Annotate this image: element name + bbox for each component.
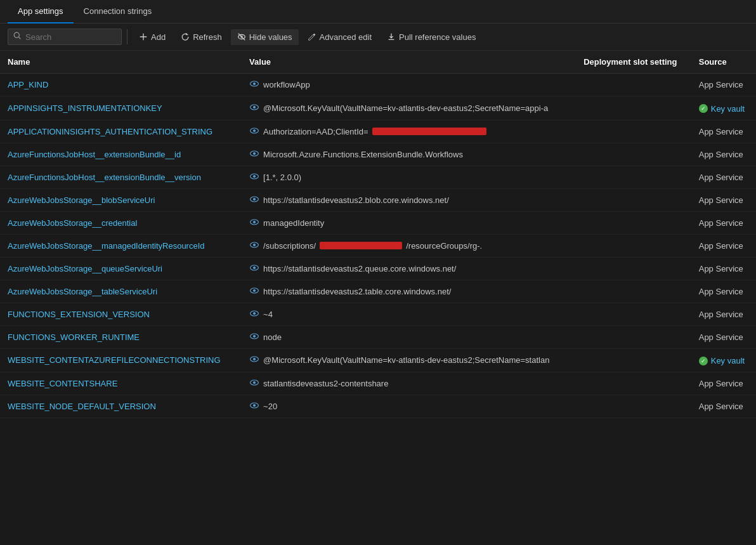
name-cell[interactable]: FUNCTIONS_WORKER_RUNTIME (0, 325, 242, 348)
advanced-edit-button[interactable]: Advanced edit (301, 29, 378, 45)
eye-icon (249, 195, 259, 205)
name-cell[interactable]: WEBSITE_CONTENTAZUREFILECONNECTIONSTRING (0, 348, 242, 372)
svg-point-11 (253, 129, 256, 132)
value-cell: https://statlantisdeveastus2.queue.core.… (242, 257, 576, 280)
pull-reference-icon (387, 32, 396, 41)
source-cell: App Service (691, 234, 756, 257)
value-cell: managedIdentity (242, 211, 576, 234)
deployment-cell (576, 325, 691, 348)
eye-icon (249, 218, 259, 228)
table-row: APP_KIND workflowAppApp Service (0, 74, 756, 96)
table-row: WEBSITE_NODE_DEFAULT_VERSION ~20App Serv… (0, 395, 756, 418)
add-button[interactable]: Add (133, 29, 172, 45)
source-cell: App Service (691, 280, 756, 303)
name-cell[interactable]: AzureFunctionsJobHost__extensionBundle__… (0, 143, 242, 166)
value-cell: https://statlantisdeveastus2.blob.core.w… (242, 188, 576, 211)
deployment-cell (576, 188, 691, 211)
name-cell[interactable]: WEBSITE_CONTENTSHARE (0, 372, 242, 395)
value-cell: @Microsoft.KeyVault(VaultName=kv-atlanti… (242, 96, 576, 121)
value-cell: /subscriptions//resourceGroups/rg-. (242, 234, 576, 257)
value-cell: Authorization=AAD;ClientId= (242, 120, 576, 143)
deployment-cell (576, 211, 691, 234)
search-input[interactable] (25, 32, 116, 42)
svg-point-13 (253, 152, 256, 155)
table-row: AzureFunctionsJobHost__extensionBundle__… (0, 143, 756, 166)
value-cell: [1.*, 2.0.0) (242, 166, 576, 188)
eye-icon (249, 127, 259, 136)
value-text: https://statlantisdeveastus2.blob.core.w… (263, 195, 449, 205)
hide-values-label: Hide values (249, 32, 292, 42)
source-cell: App Service (691, 395, 756, 418)
value-cell: ~20 (242, 395, 576, 418)
source-cell: App Service (691, 120, 756, 143)
col-name: Name (0, 51, 242, 74)
tab-app-settings[interactable]: App settings (8, 0, 74, 23)
hide-values-button[interactable]: Hide values (231, 29, 299, 45)
keyvault-badge: ✓Key vault (699, 104, 745, 114)
deployment-cell (576, 120, 691, 143)
name-cell[interactable]: AzureWebJobsStorage__tableServiceUri (0, 280, 242, 303)
eye-icon (249, 402, 259, 411)
value-cell: https://statlantisdeveastus2.table.core.… (242, 280, 576, 303)
pull-reference-button[interactable]: Pull reference values (381, 29, 482, 45)
eye-icon (249, 173, 259, 182)
table-row: FUNCTIONS_WORKER_RUNTIME nodeApp Service (0, 325, 756, 348)
value-text: Authorization=AAD;ClientId= (263, 127, 368, 136)
value-text: managedIdentity (263, 218, 324, 228)
redacted-value (372, 128, 486, 135)
deployment-cell (576, 234, 691, 257)
eye-icon (249, 80, 259, 89)
refresh-button[interactable]: Refresh (174, 29, 228, 45)
refresh-icon (181, 32, 190, 41)
keyvault-check-icon: ✓ (699, 357, 708, 365)
settings-table: Name Value Deployment slot setting Sourc… (0, 51, 756, 418)
name-cell[interactable]: AzureFunctionsJobHost__extensionBundle__… (0, 166, 242, 188)
name-cell[interactable]: APP_KIND (0, 74, 242, 96)
source-cell: App Service (691, 372, 756, 395)
deployment-cell (576, 74, 691, 96)
table-row: WEBSITE_CONTENTSHARE statlantisdeveastus… (0, 372, 756, 395)
eye-icon (249, 355, 259, 365)
value-text: [1.*, 2.0.0) (263, 173, 301, 182)
name-cell[interactable]: APPINSIGHTS_INSTRUMENTATIONKEY (0, 96, 242, 121)
name-cell[interactable]: AzureWebJobsStorage__managedIdentityReso… (0, 234, 242, 257)
deployment-cell (576, 96, 691, 121)
value-text: @Microsoft.KeyVault(VaultName=kv-atlanti… (263, 103, 548, 113)
edit-icon (308, 32, 316, 41)
name-cell[interactable]: FUNCTIONS_EXTENSION_VERSION (0, 303, 242, 325)
name-cell[interactable]: AzureWebJobsStorage__blobServiceUri (0, 188, 242, 211)
refresh-label: Refresh (193, 32, 222, 42)
svg-point-15 (253, 175, 256, 178)
name-cell[interactable]: APPLICATIONINSIGHTS_AUTHENTICATION_STRIN… (0, 120, 242, 143)
tab-bar: App settings Connection strings (0, 0, 756, 23)
value-cell: @Microsoft.KeyVault(VaultName=kv-atlanti… (242, 348, 576, 372)
value-cell: Microsoft.Azure.Functions.ExtensionBundl… (242, 143, 576, 166)
source-cell: App Service (691, 188, 756, 211)
tab-connection-strings[interactable]: Connection strings (74, 0, 162, 23)
name-cell[interactable]: AzureWebJobsStorage__credential (0, 211, 242, 234)
name-cell[interactable]: WEBSITE_NODE_DEFAULT_VERSION (0, 395, 242, 418)
toolbar: Add Refresh Hide values Advanced edit Pu… (0, 23, 756, 51)
source-cell: App Service (691, 143, 756, 166)
pull-reference-label: Pull reference values (399, 32, 476, 42)
eye-icon (249, 241, 259, 251)
value-text: ~4 (263, 310, 273, 319)
add-icon (139, 32, 148, 41)
value-suffix: /resourceGroups/rg-. (406, 241, 482, 251)
svg-point-27 (253, 312, 256, 315)
svg-point-33 (253, 381, 256, 384)
svg-point-7 (253, 82, 256, 85)
col-source: Source (691, 51, 756, 74)
deployment-cell (576, 280, 691, 303)
value-text: https://statlantisdeveastus2.queue.core.… (263, 264, 456, 273)
svg-line-1 (19, 37, 21, 39)
svg-point-29 (253, 335, 256, 338)
svg-point-17 (253, 198, 256, 200)
table-row: AzureFunctionsJobHost__extensionBundle__… (0, 166, 756, 188)
table-row: AzureWebJobsStorage__credential managedI… (0, 211, 756, 234)
eye-icon (249, 150, 259, 159)
value-text: statlantisdeveastus2-contentshare (263, 379, 388, 388)
name-cell[interactable]: AzureWebJobsStorage__queueServiceUri (0, 257, 242, 280)
deployment-cell (576, 257, 691, 280)
keyvault-check-icon: ✓ (699, 104, 708, 113)
